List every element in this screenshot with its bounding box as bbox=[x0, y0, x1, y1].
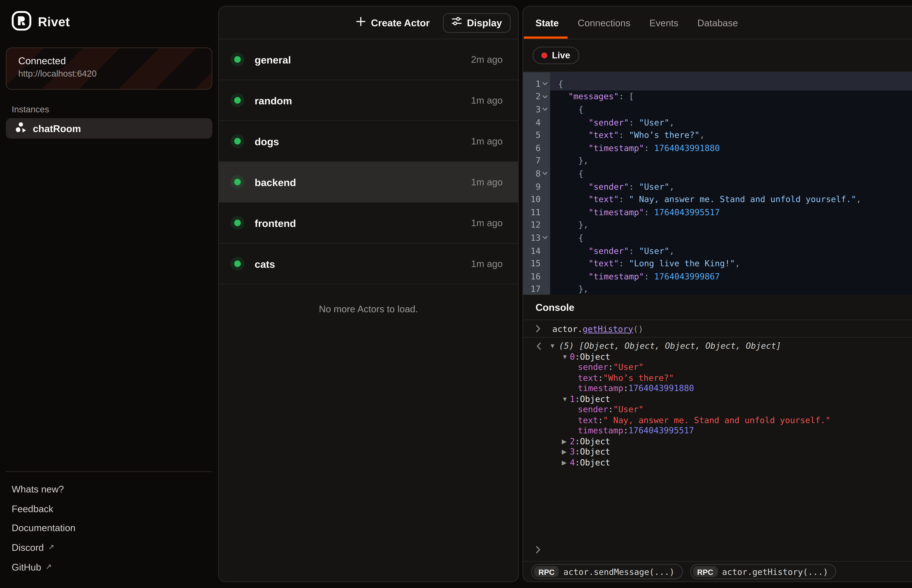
editor-line-3: 3 { bbox=[523, 103, 912, 116]
actor-name: frontend bbox=[255, 217, 296, 229]
actor-row-frontend[interactable]: frontend1m ago bbox=[219, 203, 518, 244]
rpc-shortcuts-bar: RPCactor.sendMessage(...)RPCactor.getHis… bbox=[523, 561, 912, 582]
console-tree-row[interactable]: timestamp: 1764043991880 bbox=[523, 383, 912, 394]
fold-chevron-icon[interactable] bbox=[542, 235, 548, 241]
editor-line-15: 15 "text": "Long live the King!", bbox=[523, 257, 912, 270]
live-badge[interactable]: Live bbox=[533, 47, 579, 64]
editor-line-4: 4 "sender": "User", bbox=[523, 116, 912, 129]
editor-line-5: 5 "text": "Who’s there?", bbox=[523, 129, 912, 142]
actor-name: general bbox=[255, 53, 291, 65]
brand: Rivet bbox=[12, 11, 70, 34]
rpc-method-name: actor.sendMessage(...) bbox=[563, 567, 675, 577]
actor-status-dot-icon bbox=[234, 179, 241, 185]
rpc-badge: RPC bbox=[693, 566, 718, 577]
actor-status-dot-icon bbox=[234, 56, 241, 63]
actor-name: dogs bbox=[255, 135, 279, 147]
editor-line-13: 13 { bbox=[523, 231, 912, 244]
connection-url: http://localhost:6420 bbox=[18, 69, 200, 79]
editor-line-11: 11 "timestamp": 1764043995517 bbox=[523, 206, 912, 218]
actor-last-active: 1m ago bbox=[471, 217, 503, 228]
editor-line-16: 16 "timestamp": 1764043999867 bbox=[523, 270, 912, 283]
sidebar: Rivet Connected http://localhost:6420 In… bbox=[0, 0, 219, 588]
actor-group-icon bbox=[15, 121, 26, 135]
actor-status-dot-icon bbox=[234, 138, 241, 144]
expand-triangle-icon[interactable]: ▶ bbox=[562, 448, 570, 456]
console-executed-input[interactable]: actor.getHistory() bbox=[523, 320, 912, 338]
end-of-list-message: No more Actors to load. bbox=[219, 304, 518, 314]
fold-chevron-icon[interactable] bbox=[542, 81, 548, 87]
actor-last-active: 1m ago bbox=[471, 136, 503, 147]
connection-status-card: Connected http://localhost:6420 bbox=[6, 47, 212, 90]
rpc-method-name: actor.getHistory(...) bbox=[722, 567, 828, 577]
divider bbox=[6, 471, 212, 472]
console-tree-row[interactable]: ▼1: Object bbox=[523, 394, 912, 404]
editor-line-2: 2 "messages": [ bbox=[523, 90, 912, 103]
tab-state[interactable]: State bbox=[536, 6, 559, 39]
editor-line-10: 10 "text": " Nay, answer me. Stand and u… bbox=[523, 193, 912, 205]
console-tree-row[interactable]: timestamp: 1764043995517 bbox=[523, 425, 912, 436]
expand-triangle-icon[interactable]: ▶ bbox=[562, 459, 570, 466]
editor-line-17: 17 }, bbox=[523, 283, 912, 295]
fold-chevron-icon[interactable] bbox=[542, 94, 548, 100]
rivet-logo-icon bbox=[12, 11, 31, 34]
inspector-tabbar: StateConnectionsEventsDatabase Running bbox=[523, 6, 912, 39]
rpc-chip-actor-sendmessage[interactable]: RPCactor.sendMessage(...) bbox=[531, 564, 683, 579]
sidebar-link-documentation[interactable]: Documentation bbox=[0, 519, 219, 538]
actor-last-active: 1m ago bbox=[471, 258, 503, 269]
actor-last-active: 1m ago bbox=[471, 176, 503, 187]
instance-name: chatRoom bbox=[33, 123, 81, 134]
editor-line-8: 8 { bbox=[523, 167, 912, 180]
fold-chevron-icon[interactable] bbox=[542, 107, 548, 112]
sidebar-link-github[interactable]: GitHub↗ bbox=[0, 557, 219, 577]
external-link-icon: ↗ bbox=[48, 543, 54, 551]
sidebar-link-whats-new-[interactable]: Whats new? bbox=[0, 479, 219, 499]
collapse-triangle-icon[interactable]: ▼ bbox=[562, 395, 570, 402]
console-tree-row[interactable]: ▶2: Object bbox=[523, 436, 912, 446]
tab-database[interactable]: Database bbox=[697, 6, 738, 39]
editor-line-1: 1{ bbox=[523, 78, 912, 90]
display-button[interactable]: Display bbox=[443, 13, 511, 32]
console-output: ▼ (5) [Object, Object, Object, Object, O… bbox=[523, 338, 912, 561]
actor-row-general[interactable]: general2m ago bbox=[219, 39, 518, 80]
console-result-summary[interactable]: ▼ (5) [Object, Object, Object, Object, O… bbox=[523, 341, 912, 351]
console-input-prompt[interactable] bbox=[536, 546, 541, 554]
sidebar-item-chatroom[interactable]: chatRoom bbox=[6, 118, 212, 139]
console-tree-row[interactable]: sender: "User" bbox=[523, 404, 912, 415]
actor-name: cats bbox=[255, 258, 275, 270]
console-title: Console bbox=[536, 302, 575, 313]
actors-panel: Create Actor Display general2m agorandom… bbox=[218, 6, 519, 582]
actor-row-random[interactable]: random1m ago bbox=[219, 80, 518, 121]
console-tree-row[interactable]: ▼0: Object bbox=[523, 351, 912, 362]
brand-name: Rivet bbox=[38, 15, 70, 30]
console-tree-row[interactable]: text: " Nay, answer me. Stand and unfold… bbox=[523, 415, 912, 425]
state-json-editor[interactable]: 1{2 "messages": [3 {4 "sender": "User",5… bbox=[523, 72, 912, 295]
actor-last-active: 2m ago bbox=[471, 54, 503, 65]
console-tree-row[interactable]: sender: "User" bbox=[523, 362, 912, 372]
console-command: actor.getHistory() bbox=[552, 323, 643, 334]
tab-events[interactable]: Events bbox=[649, 6, 678, 39]
sliders-icon bbox=[452, 16, 462, 29]
instances-label: Instances bbox=[12, 104, 49, 115]
expand-triangle-icon[interactable]: ▼ bbox=[549, 342, 557, 350]
actor-status-dot-icon bbox=[234, 97, 241, 103]
sidebar-link-feedback[interactable]: Feedback bbox=[0, 499, 219, 519]
prompt-chevron-icon bbox=[536, 322, 541, 335]
expand-triangle-icon[interactable]: ▶ bbox=[562, 438, 570, 445]
plus-icon bbox=[357, 16, 366, 29]
actor-row-dogs[interactable]: dogs1m ago bbox=[219, 121, 518, 162]
console-tree-row[interactable]: ▶3: Object bbox=[523, 446, 912, 457]
return-chevron-icon bbox=[536, 342, 541, 350]
actor-row-backend[interactable]: backend1m ago bbox=[219, 162, 518, 203]
console-tree-row[interactable]: ▶4: Object bbox=[523, 457, 912, 468]
fold-chevron-icon[interactable] bbox=[542, 171, 548, 176]
collapse-triangle-icon[interactable]: ▼ bbox=[562, 353, 570, 360]
rpc-chip-actor-gethistory[interactable]: RPCactor.getHistory(...) bbox=[690, 564, 836, 579]
actor-row-cats[interactable]: cats1m ago bbox=[219, 244, 518, 284]
console-tree-row[interactable]: text: "Who’s there?" bbox=[523, 372, 912, 383]
tab-connections[interactable]: Connections bbox=[578, 6, 630, 39]
inspector-panel: StateConnectionsEventsDatabase Running L… bbox=[522, 6, 912, 582]
create-actor-button[interactable]: Create Actor bbox=[357, 16, 430, 29]
active-tab-indicator bbox=[524, 36, 568, 39]
state-toolbar: Live bbox=[523, 39, 912, 72]
sidebar-link-discord[interactable]: Discord↗ bbox=[0, 538, 219, 557]
